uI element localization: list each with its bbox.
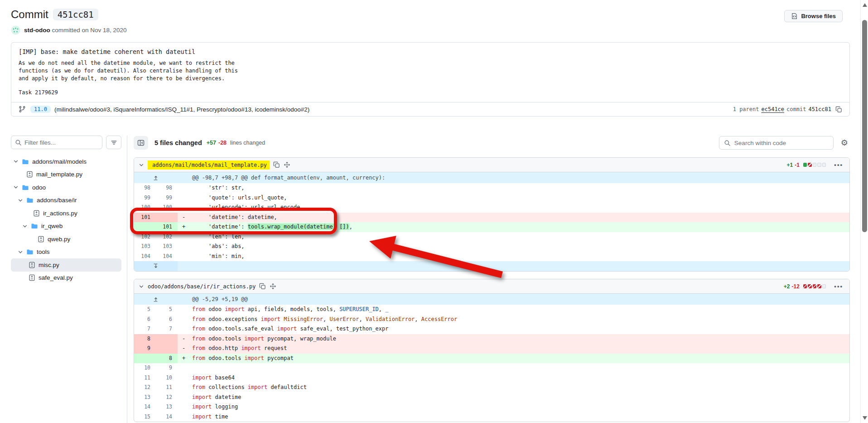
new-line-number[interactable]: [156, 344, 178, 354]
file-tree-sidebar: addons/mail/modelsmail_template.py odoo …: [11, 136, 124, 284]
code-line: +from odoo.tools import pycompat: [178, 354, 849, 364]
old-line-number[interactable]: 13: [134, 393, 156, 403]
new-line-number[interactable]: 5: [156, 305, 178, 315]
expand-up-icon[interactable]: [134, 172, 178, 183]
old-line-number[interactable]: 6: [134, 315, 156, 325]
tree-item-ir-qweb[interactable]: ir_qweb: [11, 220, 121, 233]
chevron-down-icon[interactable]: [139, 162, 144, 168]
old-line-number[interactable]: 101: [134, 213, 156, 223]
tree-item-addons-mail-models[interactable]: addons/mail/models: [11, 155, 121, 168]
hunk-header-row: @@ -5,29 +5,19 @@: [134, 294, 849, 305]
new-line-number[interactable]: 100: [156, 203, 178, 213]
collapse-sidebar-button[interactable]: [134, 136, 148, 150]
chevron-down-icon[interactable]: [18, 198, 23, 203]
new-line-number[interactable]: 99: [156, 193, 178, 203]
old-line-number[interactable]: 14: [134, 402, 156, 412]
expand-up-icon[interactable]: [134, 294, 178, 305]
context-line: 12 11 from collections import defaultdic…: [134, 383, 849, 393]
new-line-number[interactable]: 10: [156, 373, 178, 383]
scroll-down-arrow[interactable]: [863, 416, 867, 420]
chevron-down-icon[interactable]: [22, 224, 28, 229]
code-line: -from odoo.http import request: [178, 344, 849, 354]
filter-files-input[interactable]: [24, 139, 98, 146]
code-line: [178, 363, 849, 373]
parent-sha-link[interactable]: ec541ce: [761, 106, 784, 112]
file-path[interactable]: odoo/addons/base/ir/ir_actions.py: [148, 283, 256, 290]
chevron-down-icon[interactable]: [13, 185, 19, 190]
context-line: 11 10 import base64: [134, 373, 849, 383]
old-line-number[interactable]: 12: [134, 383, 156, 393]
old-line-number[interactable]: 15: [134, 412, 156, 422]
scrollbar-thumb[interactable]: [862, 20, 867, 232]
page-scrollbar[interactable]: [860, 0, 868, 423]
code-search-input[interactable]: [734, 140, 829, 146]
tree-item-ir-actions-py[interactable]: ir_actions.py: [11, 207, 121, 220]
old-line-number[interactable]: 99: [134, 193, 156, 203]
chevron-down-icon[interactable]: [139, 284, 144, 289]
diff-card: addons/mail/models/mail_template.py +1 -…: [134, 157, 850, 272]
new-line-number[interactable]: 8: [156, 354, 178, 364]
old-line-number[interactable]: 104: [134, 252, 156, 262]
tree-item-misc-py[interactable]: misc.py: [11, 258, 121, 272]
old-line-number[interactable]: [134, 354, 156, 364]
search-icon: [15, 139, 22, 146]
new-line-number[interactable]: 13: [156, 402, 178, 412]
tree-item-label: mail_template.py: [36, 171, 82, 178]
tree-item-qweb-py[interactable]: qweb.py: [11, 233, 121, 246]
file-path[interactable]: addons/mail/models/mail_template.py: [148, 160, 270, 170]
code-line: 'str': str,: [178, 183, 849, 193]
filter-options-button[interactable]: [106, 136, 121, 149]
scroll-up-arrow[interactable]: [863, 3, 867, 7]
old-line-number[interactable]: 7: [134, 324, 156, 334]
new-line-number[interactable]: 11: [156, 383, 178, 393]
move-icon[interactable]: [270, 283, 276, 290]
old-line-number[interactable]: 8: [134, 334, 156, 344]
chevron-down-icon[interactable]: [13, 159, 19, 164]
old-line-number[interactable]: 98: [134, 183, 156, 193]
kebab-menu-icon[interactable]: •••: [832, 283, 845, 290]
new-line-number[interactable]: 103: [156, 242, 178, 252]
old-line-number[interactable]: 100: [134, 203, 156, 213]
old-line-number[interactable]: [134, 222, 156, 232]
new-line-number[interactable]: [156, 334, 178, 344]
copy-icon[interactable]: [835, 106, 842, 113]
tree-item-mail-template-py[interactable]: mail_template.py: [11, 168, 121, 181]
new-line-number[interactable]: 12: [156, 393, 178, 403]
new-line-number[interactable]: 104: [156, 252, 178, 262]
expand-down-icon[interactable]: [134, 261, 178, 271]
new-line-number[interactable]: 14: [156, 412, 178, 422]
git-branch-icon: [19, 106, 26, 113]
tree-item-tools[interactable]: tools: [11, 246, 121, 259]
new-line-number[interactable]: 98: [156, 183, 178, 193]
old-line-number[interactable]: 10: [134, 363, 156, 373]
diffstat-square-del: [808, 163, 812, 167]
new-line-number[interactable]: 9: [156, 363, 178, 373]
new-line-number[interactable]: 7: [156, 324, 178, 334]
old-line-number[interactable]: 9: [134, 344, 156, 354]
tree-item-addons-base-ir[interactable]: addons/base/ir: [11, 194, 121, 207]
move-icon[interactable]: [284, 161, 290, 168]
copy-icon[interactable]: [259, 283, 266, 290]
browse-files-button[interactable]: Browse files: [784, 10, 843, 22]
context-line: 7 7 from odoo.tools.safe_eval import saf…: [134, 324, 849, 334]
author-name[interactable]: std-odoo: [24, 27, 50, 34]
code-line: import logging: [178, 402, 849, 412]
chevron-down-icon[interactable]: [18, 249, 23, 255]
new-line-number[interactable]: 102: [156, 232, 178, 242]
branch-badge[interactable]: 11.0: [30, 106, 51, 113]
old-line-number[interactable]: 5: [134, 305, 156, 315]
new-line-number[interactable]: 6: [156, 315, 178, 325]
kebab-menu-icon[interactable]: •••: [832, 161, 845, 168]
new-line-number[interactable]: [156, 213, 178, 223]
copy-icon[interactable]: [273, 161, 280, 168]
gear-icon[interactable]: ⚙: [841, 139, 848, 147]
avatar[interactable]: [11, 25, 20, 35]
old-line-number[interactable]: 102: [134, 232, 156, 242]
tree-item-odoo[interactable]: odoo: [11, 181, 121, 194]
old-line-number[interactable]: 103: [134, 242, 156, 252]
context-line: 15 14 import time: [134, 412, 849, 422]
new-line-number[interactable]: 101: [156, 222, 178, 232]
tree-item-label: ir_actions.py: [43, 210, 77, 217]
tree-item-safe-eval-py[interactable]: safe_eval.py: [11, 272, 121, 285]
old-line-number[interactable]: 11: [134, 373, 156, 383]
